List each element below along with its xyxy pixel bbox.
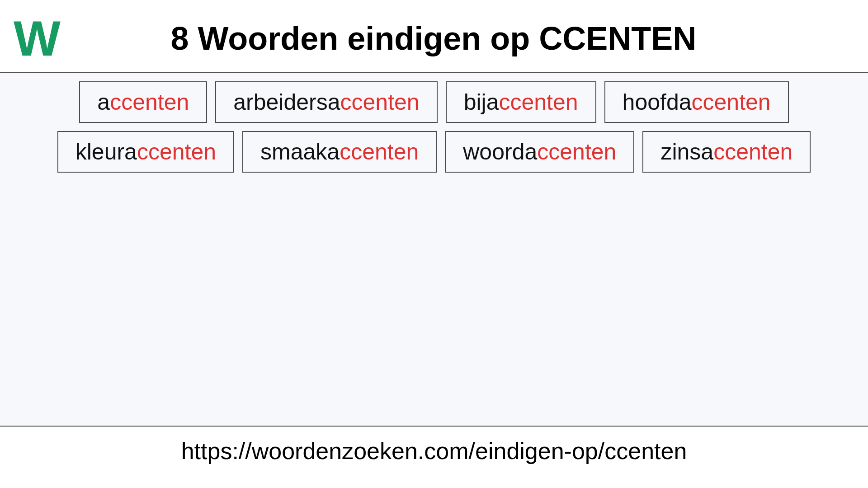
- word-prefix: kleura: [75, 139, 137, 164]
- word-suffix: ccenten: [692, 89, 771, 115]
- word-item[interactable]: hoofdaccenten: [604, 81, 789, 123]
- word-item[interactable]: zinsaccenten: [642, 131, 811, 173]
- word-item[interactable]: smaakaccenten: [242, 131, 437, 173]
- word-prefix: a: [97, 89, 110, 115]
- word-item[interactable]: woordaccenten: [445, 131, 634, 173]
- word-suffix: ccenten: [499, 89, 578, 115]
- page-title: 8 Woorden eindigen op CCENTEN: [76, 20, 854, 57]
- word-prefix: hoofda: [623, 89, 692, 115]
- word-suffix: ccenten: [340, 139, 419, 164]
- word-item[interactable]: bijaccenten: [446, 81, 596, 123]
- word-suffix: ccenten: [110, 89, 189, 115]
- footer-url: https://woordenzoeken.com/eindigen-op/cc…: [0, 427, 868, 475]
- word-suffix: ccenten: [537, 139, 616, 164]
- word-item[interactable]: kleuraccenten: [57, 131, 234, 173]
- word-prefix: smaaka: [260, 139, 340, 164]
- word-suffix: ccenten: [340, 89, 420, 115]
- header: W 8 Woorden eindigen op CCENTEN: [0, 0, 868, 72]
- site-logo[interactable]: W: [14, 14, 58, 63]
- word-item[interactable]: accenten: [79, 81, 207, 123]
- word-prefix: arbeidersa: [233, 89, 340, 115]
- word-suffix: ccenten: [137, 139, 216, 164]
- word-item[interactable]: arbeidersaccenten: [215, 81, 437, 123]
- word-suffix: ccenten: [713, 139, 793, 164]
- word-prefix: woorda: [463, 139, 537, 164]
- word-prefix: bija: [464, 89, 499, 115]
- word-list: accentenarbeidersaccentenbijaccentenhoof…: [0, 73, 868, 426]
- word-prefix: zinsa: [660, 139, 713, 164]
